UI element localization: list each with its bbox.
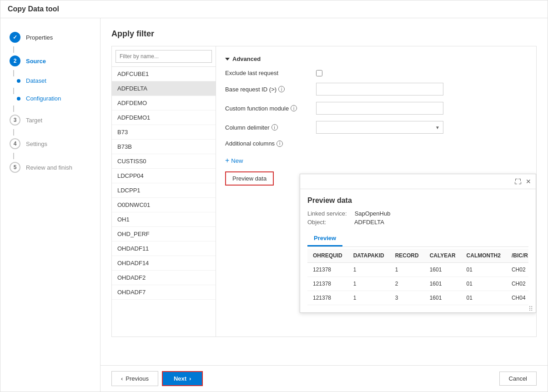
advanced-header-label: Advanced [232, 55, 261, 62]
base-request-input[interactable] [316, 83, 443, 95]
preview-table-wrap: OHREQUID DATAPAKID RECORD CALYEAR CALMON… [307, 249, 528, 305]
step-number-settings: 4 [14, 141, 17, 147]
linked-service-value: SapOpenHub [355, 210, 391, 217]
step-circle-settings: 4 [10, 138, 20, 149]
list-item[interactable]: B73B [112, 140, 216, 154]
close-x-icon: ✕ [526, 178, 531, 185]
new-button[interactable]: + New [225, 157, 243, 164]
filter-input[interactable] [116, 50, 212, 63]
preview-tabs: Preview [307, 231, 528, 247]
list-item[interactable]: CUSTISS0 [112, 154, 216, 169]
previous-button[interactable]: ‹ Previous [111, 371, 158, 386]
cell-record: 3 [390, 291, 424, 305]
right-panel: Advanced Exclude last request Base reque [216, 46, 537, 337]
sidebar-item-configuration[interactable]: Configuration [0, 90, 100, 106]
list-item[interactable]: OHDADF7 [112, 285, 216, 300]
preview-linked-service-row: Linked service: SapOpenHub [307, 210, 528, 217]
sidebar-label-review: Review and finish [26, 164, 72, 171]
step-circle-properties: ✓ [10, 32, 20, 43]
table-row: 121378 1 2 1601 01 CH02 [307, 277, 528, 291]
custom-function-input[interactable] [316, 102, 443, 115]
form-row-exclude: Exclude last request [225, 70, 527, 76]
left-chevron-icon: ‹ [121, 375, 123, 382]
column-delimiter-info-icon[interactable]: i [271, 124, 278, 131]
additional-columns-info-icon[interactable]: i [277, 141, 283, 147]
main-body: Apply filter ADFCUBE1 ADFDELTA ADFDEMO A… [101, 18, 548, 365]
step-circle-review: 5 [10, 162, 20, 173]
sidebar-item-source[interactable]: 2 Source [0, 51, 100, 71]
list-item[interactable]: ADFDEMO [112, 96, 216, 111]
col-ohrequid: OHREQUID [307, 249, 348, 263]
dot-dataset [17, 79, 20, 83]
cell-ohrequid: 121378 [307, 291, 348, 305]
app-container: Copy Data tool ✓ Properties 2 Source [0, 0, 548, 392]
cell-record: 2 [390, 277, 424, 291]
cell-record: 1 [390, 263, 424, 277]
preview-table: OHREQUID DATAPAKID RECORD CALYEAR CALMON… [307, 249, 528, 305]
list-item[interactable]: OHDADF11 [112, 241, 216, 256]
column-delimiter-select-wrapper: ▼ [316, 121, 443, 134]
base-request-info-icon[interactable]: i [278, 86, 285, 92]
preview-data-button[interactable]: Preview data [225, 171, 274, 186]
list-item[interactable]: OHDADF14 [112, 256, 216, 271]
expand-icon[interactable] [514, 177, 522, 186]
sidebar-item-dataset[interactable]: Dataset [0, 73, 100, 89]
sidebar-item-settings[interactable]: 4 Settings [0, 134, 100, 154]
object-value: ADFDELTA [354, 219, 384, 226]
exclude-checkbox[interactable] [316, 70, 322, 76]
cancel-button[interactable]: Cancel [499, 372, 537, 386]
step-circle-target: 3 [10, 115, 20, 126]
sidebar-item-review[interactable]: 5 Review and finish [0, 157, 100, 177]
list-item[interactable]: B73 [112, 125, 216, 140]
list-item[interactable]: LDCPP1 [112, 183, 216, 198]
custom-function-label: Custom function module i [225, 105, 312, 112]
column-delimiter-label: Column delimiter i [225, 124, 312, 131]
list-item[interactable]: OH1 [112, 212, 216, 227]
sidebar-label-dataset: Dataset [26, 77, 46, 84]
cell-calyear: 1601 [424, 263, 461, 277]
list-item[interactable]: OHDADF2 [112, 271, 216, 285]
main-footer: ‹ Previous Next › Cancel [101, 365, 548, 392]
cell-bic: CH02 [506, 277, 528, 291]
cell-calyear: 1601 [424, 291, 461, 305]
advanced-header[interactable]: Advanced [225, 55, 527, 62]
sidebar-label-properties: Properties [26, 34, 53, 41]
linked-service-label: Linked service: [307, 210, 353, 217]
plus-icon: + [225, 157, 229, 164]
col-calyear: CALYEAR [424, 249, 461, 263]
base-request-label: Base request ID (>) i [225, 86, 312, 93]
step-number-target: 3 [14, 117, 17, 123]
form-row-column-delimiter: Column delimiter i ▼ [225, 121, 527, 134]
form-row-base-request: Base request ID (>) i [225, 83, 527, 95]
list-item[interactable]: O0DNWC01 [112, 198, 216, 212]
cell-calmonth2: 01 [461, 277, 506, 291]
list-item[interactable]: ADFDEMO1 [112, 111, 216, 125]
list-item[interactable]: ADFDELTA [112, 81, 216, 96]
previous-label: Previous [126, 375, 149, 382]
custom-function-info-icon[interactable]: i [291, 105, 297, 111]
list-item[interactable]: OHD_PERF [112, 227, 216, 241]
step-number-review: 5 [14, 164, 17, 171]
form-row-custom-function: Custom function module i [225, 102, 527, 115]
list-item[interactable]: ADFCUBE1 [112, 67, 216, 81]
checkmark-icon: ✓ [13, 34, 17, 40]
step-number-source: 2 [14, 58, 17, 64]
preview-object-row: Object: ADFDELTA [307, 219, 528, 226]
preview-panel-header: ✕ [300, 174, 536, 189]
sidebar-item-properties[interactable]: ✓ Properties [0, 27, 100, 47]
sidebar-label-source: Source [26, 58, 46, 65]
next-button[interactable]: Next › [162, 371, 203, 386]
resize-handle-icon[interactable]: ⠿ [528, 305, 534, 311]
sidebar: ✓ Properties 2 Source Dataset Configurat… [0, 18, 101, 392]
close-icon[interactable]: ✕ [525, 177, 532, 186]
list-items: ADFCUBE1 ADFDELTA ADFDEMO ADFDEMO1 B73 B… [112, 67, 216, 337]
column-delimiter-select[interactable] [316, 121, 443, 134]
tab-preview[interactable]: Preview [307, 231, 342, 246]
cell-ohrequid: 121378 [307, 263, 348, 277]
list-item[interactable]: LDCPP04 [112, 169, 216, 183]
cell-datapakid: 1 [348, 263, 390, 277]
sidebar-item-target[interactable]: 3 Target [0, 110, 100, 130]
new-btn-label: New [231, 157, 243, 164]
preview-panel-body: Preview data Linked service: SapOpenHub … [300, 189, 536, 312]
cell-ohrequid: 121378 [307, 277, 348, 291]
